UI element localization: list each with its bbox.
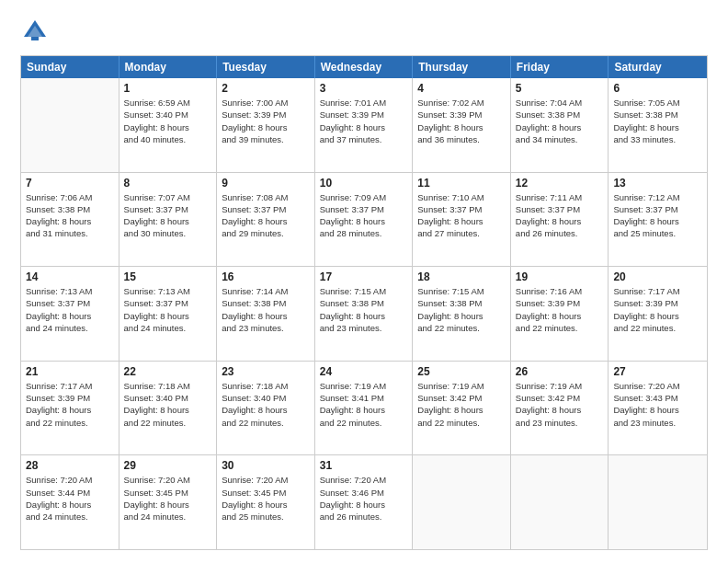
day-info: Sunrise: 7:16 AMSunset: 3:39 PMDaylight:… xyxy=(516,285,604,334)
calendar-cell: 6Sunrise: 7:05 AMSunset: 3:38 PMDaylight… xyxy=(609,78,707,172)
day-number: 2 xyxy=(222,82,310,95)
day-number: 11 xyxy=(417,177,506,190)
day-number: 17 xyxy=(320,270,408,283)
day-number: 14 xyxy=(26,270,114,283)
day-number: 8 xyxy=(124,177,212,190)
day-info: Sunrise: 7:20 AMSunset: 3:45 PMDaylight:… xyxy=(222,474,310,523)
day-info: Sunrise: 7:20 AMSunset: 3:45 PMDaylight:… xyxy=(124,474,212,523)
calendar-cell: 11Sunrise: 7:10 AMSunset: 3:37 PMDayligh… xyxy=(413,173,511,267)
calendar-cell: 27Sunrise: 7:20 AMSunset: 3:43 PMDayligh… xyxy=(609,362,707,455)
calendar-cell xyxy=(21,78,119,172)
day-number: 31 xyxy=(320,459,408,472)
calendar-cell: 12Sunrise: 7:11 AMSunset: 3:37 PMDayligh… xyxy=(511,173,609,267)
calendar-header-cell: Monday xyxy=(119,56,218,78)
day-info: Sunrise: 7:18 AMSunset: 3:40 PMDaylight:… xyxy=(124,380,212,429)
calendar-header: SundayMondayTuesdayWednesdayThursdayFrid… xyxy=(21,56,707,78)
logo xyxy=(20,17,52,46)
day-number: 15 xyxy=(124,270,212,283)
day-info: Sunrise: 7:10 AMSunset: 3:37 PMDaylight:… xyxy=(417,191,506,240)
svg-rect-2 xyxy=(31,37,39,40)
day-info: Sunrise: 7:14 AMSunset: 3:38 PMDaylight:… xyxy=(222,285,310,334)
day-number: 6 xyxy=(613,82,702,95)
day-info: Sunrise: 7:09 AMSunset: 3:37 PMDaylight:… xyxy=(320,191,408,240)
day-info: Sunrise: 7:20 AMSunset: 3:44 PMDaylight:… xyxy=(26,474,114,523)
calendar-cell: 19Sunrise: 7:16 AMSunset: 3:39 PMDayligh… xyxy=(511,267,609,361)
day-number: 24 xyxy=(320,365,408,378)
day-info: Sunrise: 7:06 AMSunset: 3:38 PMDaylight:… xyxy=(26,191,114,240)
day-number: 13 xyxy=(613,177,702,190)
calendar-cell xyxy=(413,455,511,549)
calendar-cell: 24Sunrise: 7:19 AMSunset: 3:41 PMDayligh… xyxy=(315,362,414,455)
calendar-body: 1Sunrise: 6:59 AMSunset: 3:40 PMDaylight… xyxy=(21,78,707,549)
calendar-cell: 26Sunrise: 7:19 AMSunset: 3:42 PMDayligh… xyxy=(511,362,609,455)
page: SundayMondayTuesdayWednesdayThursdayFrid… xyxy=(0,0,728,563)
logo-icon xyxy=(20,17,50,46)
calendar: SundayMondayTuesdayWednesdayThursdayFrid… xyxy=(20,55,708,550)
calendar-cell: 15Sunrise: 7:13 AMSunset: 3:37 PMDayligh… xyxy=(119,267,218,361)
day-number: 16 xyxy=(222,270,310,283)
calendar-cell: 13Sunrise: 7:12 AMSunset: 3:37 PMDayligh… xyxy=(609,173,707,267)
day-number: 10 xyxy=(320,177,408,190)
day-info: Sunrise: 7:11 AMSunset: 3:37 PMDaylight:… xyxy=(516,191,604,240)
calendar-cell: 5Sunrise: 7:04 AMSunset: 3:38 PMDaylight… xyxy=(511,78,609,172)
day-number: 7 xyxy=(26,177,114,190)
calendar-cell: 18Sunrise: 7:15 AMSunset: 3:38 PMDayligh… xyxy=(413,267,511,361)
day-number: 30 xyxy=(222,459,310,472)
day-number: 28 xyxy=(26,459,114,472)
day-number: 29 xyxy=(124,459,212,472)
day-info: Sunrise: 7:13 AMSunset: 3:37 PMDaylight:… xyxy=(124,285,212,334)
calendar-header-cell: Tuesday xyxy=(217,56,315,78)
day-number: 25 xyxy=(417,365,506,378)
header xyxy=(20,17,708,46)
calendar-cell: 23Sunrise: 7:18 AMSunset: 3:40 PMDayligh… xyxy=(217,362,315,455)
calendar-cell: 14Sunrise: 7:13 AMSunset: 3:37 PMDayligh… xyxy=(21,267,119,361)
day-info: Sunrise: 7:02 AMSunset: 3:39 PMDaylight:… xyxy=(417,97,506,145)
calendar-row: 7Sunrise: 7:06 AMSunset: 3:38 PMDaylight… xyxy=(21,172,707,267)
day-info: Sunrise: 7:12 AMSunset: 3:37 PMDaylight:… xyxy=(613,191,702,240)
calendar-cell: 28Sunrise: 7:20 AMSunset: 3:44 PMDayligh… xyxy=(21,455,119,549)
day-info: Sunrise: 7:19 AMSunset: 3:42 PMDaylight:… xyxy=(516,380,604,429)
day-info: Sunrise: 7:18 AMSunset: 3:40 PMDaylight:… xyxy=(222,380,310,429)
day-number: 1 xyxy=(124,82,212,95)
day-info: Sunrise: 7:17 AMSunset: 3:39 PMDaylight:… xyxy=(613,285,702,334)
calendar-cell: 21Sunrise: 7:17 AMSunset: 3:39 PMDayligh… xyxy=(21,362,119,455)
day-info: Sunrise: 7:08 AMSunset: 3:37 PMDaylight:… xyxy=(222,191,310,240)
calendar-row: 14Sunrise: 7:13 AMSunset: 3:37 PMDayligh… xyxy=(21,266,707,361)
calendar-cell: 9Sunrise: 7:08 AMSunset: 3:37 PMDaylight… xyxy=(217,173,315,267)
calendar-cell: 16Sunrise: 7:14 AMSunset: 3:38 PMDayligh… xyxy=(217,267,315,361)
day-info: Sunrise: 7:13 AMSunset: 3:37 PMDaylight:… xyxy=(26,285,114,334)
day-info: Sunrise: 7:19 AMSunset: 3:41 PMDaylight:… xyxy=(320,380,408,429)
day-number: 20 xyxy=(613,270,702,283)
calendar-header-cell: Wednesday xyxy=(315,56,414,78)
calendar-row: 21Sunrise: 7:17 AMSunset: 3:39 PMDayligh… xyxy=(21,361,707,455)
day-info: Sunrise: 7:05 AMSunset: 3:38 PMDaylight:… xyxy=(613,97,702,145)
calendar-cell: 10Sunrise: 7:09 AMSunset: 3:37 PMDayligh… xyxy=(315,173,414,267)
day-number: 26 xyxy=(516,365,604,378)
day-number: 27 xyxy=(613,365,702,378)
calendar-cell: 4Sunrise: 7:02 AMSunset: 3:39 PMDaylight… xyxy=(413,78,511,172)
day-number: 3 xyxy=(320,82,408,95)
calendar-header-cell: Sunday xyxy=(21,56,119,78)
day-info: Sunrise: 6:59 AMSunset: 3:40 PMDaylight:… xyxy=(124,97,212,145)
calendar-cell xyxy=(511,455,609,549)
calendar-cell: 20Sunrise: 7:17 AMSunset: 3:39 PMDayligh… xyxy=(609,267,707,361)
calendar-header-cell: Thursday xyxy=(413,56,511,78)
day-number: 4 xyxy=(417,82,506,95)
day-number: 19 xyxy=(516,270,604,283)
day-info: Sunrise: 7:04 AMSunset: 3:38 PMDaylight:… xyxy=(516,97,604,145)
calendar-cell: 25Sunrise: 7:19 AMSunset: 3:42 PMDayligh… xyxy=(413,362,511,455)
calendar-cell: 17Sunrise: 7:15 AMSunset: 3:38 PMDayligh… xyxy=(315,267,414,361)
day-number: 21 xyxy=(26,365,114,378)
calendar-cell: 3Sunrise: 7:01 AMSunset: 3:39 PMDaylight… xyxy=(315,78,414,172)
calendar-header-cell: Friday xyxy=(511,56,609,78)
calendar-cell: 30Sunrise: 7:20 AMSunset: 3:45 PMDayligh… xyxy=(217,455,315,549)
calendar-cell: 1Sunrise: 6:59 AMSunset: 3:40 PMDaylight… xyxy=(119,78,218,172)
day-info: Sunrise: 7:00 AMSunset: 3:39 PMDaylight:… xyxy=(222,97,310,145)
calendar-cell: 7Sunrise: 7:06 AMSunset: 3:38 PMDaylight… xyxy=(21,173,119,267)
day-info: Sunrise: 7:01 AMSunset: 3:39 PMDaylight:… xyxy=(320,97,408,145)
day-info: Sunrise: 7:15 AMSunset: 3:38 PMDaylight:… xyxy=(320,285,408,334)
calendar-cell: 31Sunrise: 7:20 AMSunset: 3:46 PMDayligh… xyxy=(315,455,414,549)
day-number: 12 xyxy=(516,177,604,190)
calendar-row: 1Sunrise: 6:59 AMSunset: 3:40 PMDaylight… xyxy=(21,78,707,172)
calendar-cell xyxy=(609,455,707,549)
